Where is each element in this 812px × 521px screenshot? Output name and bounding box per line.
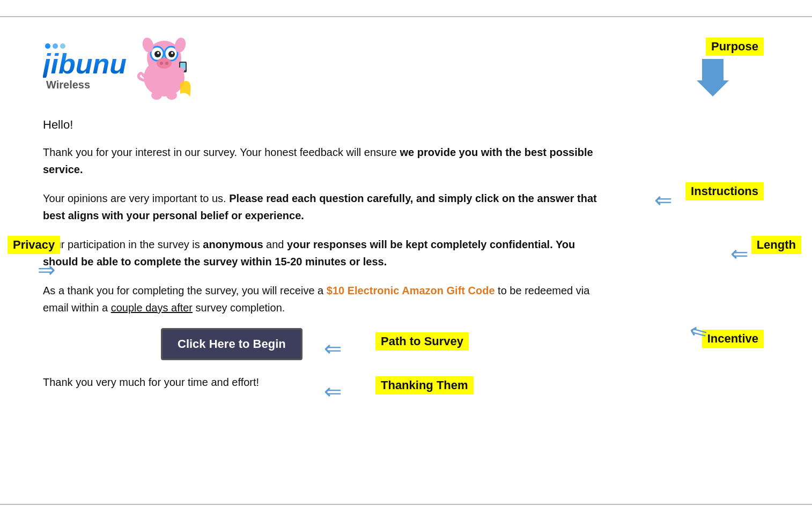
privacy-label: Privacy <box>8 236 60 254</box>
svg-point-19 <box>151 91 162 100</box>
logo-section: jibunu Wireless <box>43 32 769 102</box>
svg-point-8 <box>157 52 159 54</box>
purpose-arrow <box>697 59 729 102</box>
logo-dots <box>43 43 65 49</box>
thank-you-text: Thank you very much for your time and ef… <box>43 376 259 389</box>
begin-button[interactable]: Click Here to Begin <box>161 328 302 360</box>
svg-point-6 <box>154 51 161 57</box>
thanking-them-label: Thanking Them <box>375 376 474 395</box>
para3-mid: and <box>263 239 287 250</box>
page-wrapper: jibunu Wireless <box>0 0 812 521</box>
main-text: Hello! Thank you for your interest in ou… <box>43 118 606 389</box>
dot3 <box>60 43 65 49</box>
greeting: Hello! <box>43 118 606 132</box>
paragraph-1: Thank you for your interest in our surve… <box>43 144 606 178</box>
para4-underline: couple days after <box>111 302 193 314</box>
svg-point-7 <box>168 51 175 57</box>
logo-brand: jibunu <box>43 50 127 78</box>
bottom-border <box>0 504 812 505</box>
path-to-survey-arrow: ⇐ <box>324 336 342 361</box>
length-label: Length <box>751 236 801 254</box>
instructions-arrow: ⇐ <box>654 188 673 212</box>
purpose-label: Purpose <box>706 38 764 56</box>
dot2 <box>53 43 58 49</box>
privacy-arrow: ⇒ <box>38 257 56 282</box>
svg-point-20 <box>166 91 177 100</box>
para1-plain: Thank you for your interest in our surve… <box>43 146 400 158</box>
instructions-label: Instructions <box>685 182 764 200</box>
thanking-them-arrow: ⇐ <box>324 379 342 404</box>
para4-plain3: survey completion. <box>193 302 285 314</box>
para4-plain1: As a thank you for completing the survey… <box>43 285 327 296</box>
para3-anon: anonymous <box>203 239 263 250</box>
path-to-survey-label: Path to Survey <box>375 332 469 351</box>
paragraph-4: As a thank you for completing the survey… <box>43 282 606 316</box>
svg-point-9 <box>171 52 173 54</box>
para3-plain: Your participation in the survey is <box>43 239 203 250</box>
para2-plain: Your opinions are very important to us. <box>43 192 229 204</box>
length-arrow: ⇐ <box>730 241 749 266</box>
dot1 <box>45 43 50 49</box>
logo-wireless: Wireless <box>43 79 90 91</box>
paragraph-3: Your participation in the survey is anon… <box>43 236 606 270</box>
content-area: jibunu Wireless <box>0 0 812 431</box>
pig-mascot <box>132 32 196 102</box>
svg-point-11 <box>157 58 172 69</box>
thanking-row: Thank you very much for your time and ef… <box>43 376 606 389</box>
incentive-label: Incentive <box>702 330 764 348</box>
svg-point-12 <box>160 62 163 65</box>
svg-point-13 <box>165 62 168 65</box>
para4-orange: $10 Electronic Amazon Gift Code <box>327 285 495 296</box>
button-row: Click Here to Begin ⇐ Path to Survey <box>43 328 606 360</box>
paragraph-2: Your opinions are very important to us. … <box>43 190 606 224</box>
svg-marker-21 <box>697 59 729 96</box>
logo-text-wrapper: jibunu Wireless <box>43 43 127 91</box>
